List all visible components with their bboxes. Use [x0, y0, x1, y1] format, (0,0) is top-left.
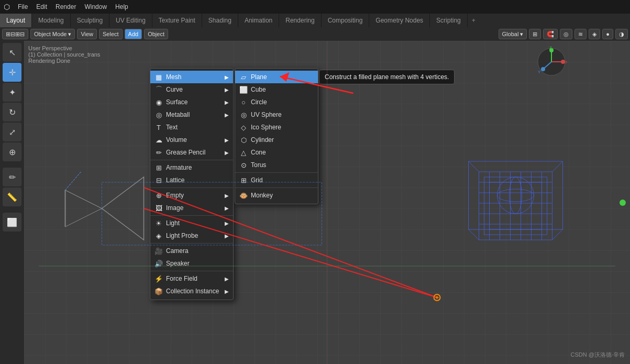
top-menu-bar: ⬡ File Edit Render Window Help	[0, 0, 630, 14]
toolbar-icon-group[interactable]: ⊞⊟⊞⊟	[2, 29, 28, 39]
tool-rotate[interactable]: ↻	[3, 103, 21, 122]
menu-item-empty[interactable]: ⊕ Empty ▶	[150, 189, 233, 202]
mesh-item-cylinder[interactable]: ⬡ Cylinder	[235, 134, 318, 146]
cube-icon: ⬜	[239, 85, 248, 94]
tab-modeling[interactable]: Modeling	[32, 14, 71, 27]
grease-pencil-arrow: ▶	[225, 150, 229, 156]
menu-item-surface[interactable]: ◉ Surface ▶	[150, 96, 233, 108]
view-button[interactable]: View	[77, 29, 97, 39]
menu-item-light[interactable]: ☀ Light ▶	[150, 217, 233, 229]
divider-5	[150, 271, 233, 271]
divider-4	[150, 243, 233, 244]
mesh-item-circle[interactable]: ○ Circle	[235, 96, 318, 108]
menu-item-volume[interactable]: ☁ Volume ▶	[150, 134, 233, 146]
grid-icon: ⊞	[239, 176, 248, 184]
circle-icon: ○	[239, 98, 248, 106]
add-button[interactable]: Add	[125, 29, 142, 39]
viewport[interactable]: User Perspective (1) Collection | source…	[24, 41, 630, 364]
menu-item-mesh[interactable]: ▦ Mesh ▶	[150, 71, 233, 83]
tab-uv-editing[interactable]: UV Editing	[109, 14, 152, 27]
mesh-item-grid[interactable]: ⊞ Grid	[235, 174, 318, 186]
menu-item-collection-instance-label: Collection Instance	[166, 288, 219, 295]
menu-item-lattice[interactable]: ⊟ Lattice	[150, 174, 233, 186]
select-label: Select	[103, 31, 119, 37]
transform-options[interactable]: ⊞	[529, 29, 541, 39]
mesh-divider-2	[235, 187, 318, 188]
add-menu-dropdown: ▦ Mesh ▶ ⌒ Curve ▶ ◉ Surface ▶ ◎ Metabal…	[150, 68, 318, 300]
tool-select[interactable]: ↖	[3, 43, 21, 62]
tab-shading[interactable]: Shading	[202, 14, 238, 27]
menu-window[interactable]: Window	[80, 0, 111, 14]
menu-item-force-field[interactable]: ⚡ Force Field ▶	[150, 272, 233, 285]
svg-point-44	[561, 60, 565, 64]
object-mode-dropdown[interactable]: Object Mode ▾	[30, 29, 75, 39]
menu-render[interactable]: Render	[51, 0, 80, 14]
tool-measure[interactable]: 📏	[3, 187, 21, 206]
divider-2	[150, 187, 233, 188]
tool-cursor[interactable]: ✛	[3, 63, 21, 82]
menu-item-light-probe[interactable]: ◈ Light Probe ▶	[150, 229, 233, 242]
mesh-item-monkey-label: Monkey	[251, 192, 273, 199]
menu-item-camera[interactable]: 🎥 Camera	[150, 245, 233, 257]
mesh-item-torus[interactable]: ⊙ Torus	[235, 159, 318, 171]
volume-icon: ☁	[154, 136, 163, 144]
menu-item-grease-pencil[interactable]: ✏ Grease Pencil ▶	[150, 146, 233, 159]
menu-help[interactable]: Help	[111, 0, 132, 14]
tool-annotate[interactable]: ✏	[3, 168, 21, 186]
tab-geometry-nodes[interactable]: Geometry Nodes	[369, 14, 430, 27]
tab-layout[interactable]: Layout	[0, 14, 32, 27]
speaker-icon: 🔊	[154, 259, 163, 268]
surface-arrow: ▶	[225, 100, 229, 105]
menu-item-collection-instance[interactable]: 📦 Collection Instance ▶	[150, 285, 233, 297]
overlay-toggle[interactable]: ≋	[574, 29, 587, 39]
proportional-edit[interactable]: ◎	[560, 29, 572, 39]
tab-add-button[interactable]: +	[468, 17, 480, 24]
light-probe-icon: ◈	[154, 231, 163, 240]
mesh-item-cone-label: Cone	[251, 149, 266, 156]
menu-item-text[interactable]: T Text	[150, 121, 233, 134]
global-dropdown[interactable]: Global ▾	[499, 29, 527, 39]
mesh-item-monkey[interactable]: 🐵 Monkey	[235, 189, 318, 202]
mesh-item-ico-sphere[interactable]: ◇ Ico Sphere	[235, 121, 318, 134]
snap-options[interactable]: 🧲	[543, 29, 558, 39]
mesh-item-plane[interactable]: ▱ Plane	[235, 71, 318, 83]
tab-texture-paint[interactable]: Texture Paint	[152, 14, 202, 27]
menu-item-image[interactable]: 🖼 Image ▶	[150, 202, 233, 214]
xray-toggle[interactable]: ◈	[589, 29, 600, 39]
mesh-item-uv-sphere[interactable]: ◎ UV Sphere	[235, 108, 318, 121]
mesh-item-torus-label: Torus	[251, 161, 266, 169]
header-toolbar: ⊞⊟⊞⊟ Object Mode ▾ View Select Add Objec…	[0, 27, 630, 41]
tab-scripting[interactable]: Scripting	[430, 14, 468, 27]
select-button[interactable]: Select	[99, 29, 123, 39]
menu-item-metaball-label: Metaball	[166, 111, 190, 118]
menu-item-surface-label: Surface	[166, 98, 187, 106]
armature-icon: ⊞	[154, 163, 163, 172]
menu-item-image-label: Image	[166, 204, 183, 212]
menu-item-curve[interactable]: ⌒ Curve ▶	[150, 83, 233, 96]
menu-item-metaball[interactable]: ◎ Metaball ▶	[150, 108, 233, 121]
tab-compositing[interactable]: Compositing	[322, 14, 370, 27]
menu-edit[interactable]: Edit	[32, 0, 51, 14]
object-mode-arrow: ▾	[68, 31, 71, 38]
tool-scale[interactable]: ⤢	[3, 123, 21, 141]
tab-rendering[interactable]: Rendering	[279, 14, 321, 27]
tool-add-cube[interactable]: ⬜	[3, 213, 21, 231]
menu-item-armature[interactable]: ⊞ Armature	[150, 161, 233, 174]
mesh-item-cube[interactable]: ⬜ Cube	[235, 83, 318, 96]
shading-rendered[interactable]: ◑	[615, 29, 628, 39]
tab-sculpting[interactable]: Sculpting	[71, 14, 109, 27]
tool-transform[interactable]: ⊕	[3, 142, 21, 161]
shading-solid[interactable]: ●	[602, 29, 613, 39]
mesh-item-cone[interactable]: △ Cone	[235, 146, 318, 159]
cone-icon: △	[239, 148, 248, 157]
tool-move[interactable]: ✦	[3, 83, 21, 102]
menu-file[interactable]: File	[14, 0, 32, 14]
tab-animation[interactable]: Animation	[238, 14, 279, 27]
grease-pencil-icon: ✏	[154, 148, 163, 157]
menu-item-speaker[interactable]: 🔊 Speaker	[150, 257, 233, 270]
object-button[interactable]: Object	[144, 29, 168, 39]
mesh-item-ico-sphere-label: Ico Sphere	[251, 124, 281, 131]
menu-item-empty-label: Empty	[166, 192, 184, 199]
status-label: Rendering Done	[28, 58, 100, 64]
uv-sphere-icon: ◎	[239, 111, 248, 119]
